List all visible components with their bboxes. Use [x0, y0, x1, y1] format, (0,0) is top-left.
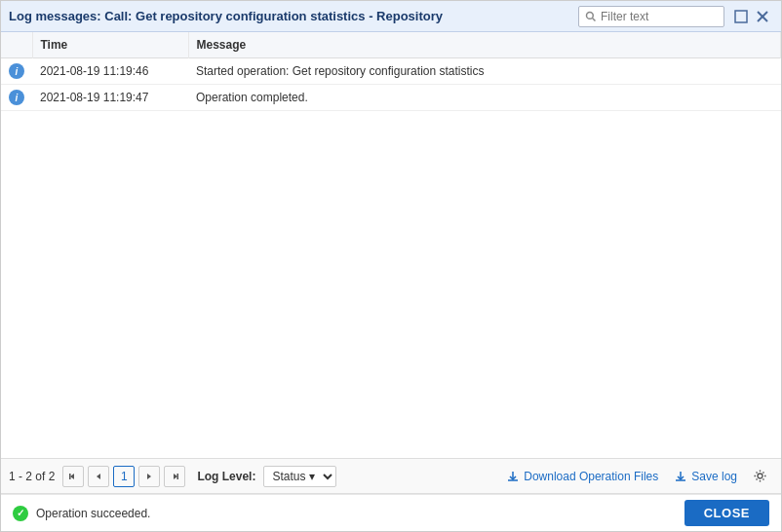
close-x-icon	[756, 10, 769, 23]
first-page-button[interactable]	[62, 466, 84, 487]
log-table: Time Message i2021-08-19 11:19:46Started…	[1, 32, 781, 111]
filter-search-box[interactable]	[578, 6, 724, 27]
table-body: i2021-08-19 11:19:46Started operation: G…	[1, 58, 781, 111]
row-icon-cell: i	[1, 58, 32, 85]
download-icon	[506, 470, 520, 483]
log-messages-dialog: Log messages: Call: Get repository confi…	[0, 0, 782, 532]
svg-point-0	[587, 12, 594, 19]
table-row: i2021-08-19 11:19:46Started operation: G…	[1, 58, 781, 85]
info-icon: i	[9, 63, 24, 79]
row-message: Operation completed.	[188, 85, 781, 111]
success-icon	[13, 506, 28, 521]
col-message: Message	[188, 32, 781, 58]
next-page-icon	[144, 472, 154, 481]
next-page-button[interactable]	[138, 466, 160, 487]
close-header-button[interactable]	[752, 8, 773, 25]
svg-rect-2	[735, 11, 747, 22]
prev-page-button[interactable]	[88, 466, 109, 487]
info-icon: i	[9, 90, 24, 105]
last-page-button[interactable]	[164, 466, 185, 487]
maximize-button[interactable]	[730, 8, 752, 25]
status-bar: Operation succeeded. CLOSE	[1, 494, 781, 531]
log-level-label: Log Level:	[197, 470, 255, 483]
dialog-header: Log messages: Call: Get repository confi…	[1, 1, 781, 32]
col-time: Time	[32, 32, 188, 58]
table-header: Time Message	[1, 32, 781, 58]
row-time: 2021-08-19 11:19:47	[32, 85, 188, 111]
maximize-icon	[734, 10, 748, 23]
svg-rect-10	[177, 474, 179, 479]
dialog-title: Log messages: Call: Get repository confi…	[9, 9, 578, 23]
row-icon-cell: i	[1, 85, 32, 111]
current-page: 1	[113, 466, 135, 487]
last-page-icon	[170, 472, 179, 481]
download-label: Download Operation Files	[524, 470, 658, 483]
first-page-icon	[68, 472, 78, 481]
footer-toolbar: 1 - 2 of 2 1 Log Level: Status	[1, 459, 781, 494]
svg-point-11	[758, 474, 762, 478]
download-operation-files-button[interactable]: Download Operation Files	[500, 467, 664, 486]
svg-marker-9	[174, 474, 177, 479]
pagination-info: 1 - 2 of 2	[9, 470, 55, 483]
settings-button[interactable]	[747, 466, 773, 486]
row-time: 2021-08-19 11:19:46	[32, 58, 188, 85]
prev-page-icon	[94, 472, 103, 481]
save-log-label: Save log	[691, 470, 737, 483]
col-icon	[1, 32, 32, 58]
svg-marker-7	[97, 474, 100, 479]
log-level-select[interactable]: Status ▾ All Info Warning Error	[263, 466, 336, 487]
svg-rect-6	[69, 474, 71, 479]
table-row: i2021-08-19 11:19:47Operation completed.	[1, 85, 781, 111]
svg-line-1	[593, 18, 596, 20]
log-table-area: Time Message i2021-08-19 11:19:46Started…	[1, 32, 781, 459]
save-log-icon	[674, 470, 687, 483]
row-message: Started operation: Get repository config…	[188, 58, 781, 85]
search-icon	[585, 11, 597, 22]
filter-text-input[interactable]	[601, 10, 718, 23]
svg-marker-5	[70, 474, 74, 479]
status-text: Operation succeeded.	[36, 507, 150, 520]
svg-marker-8	[147, 474, 151, 479]
close-button[interactable]: CLOSE	[684, 500, 769, 526]
gear-icon	[753, 469, 767, 483]
save-log-button[interactable]: Save log	[668, 467, 743, 486]
